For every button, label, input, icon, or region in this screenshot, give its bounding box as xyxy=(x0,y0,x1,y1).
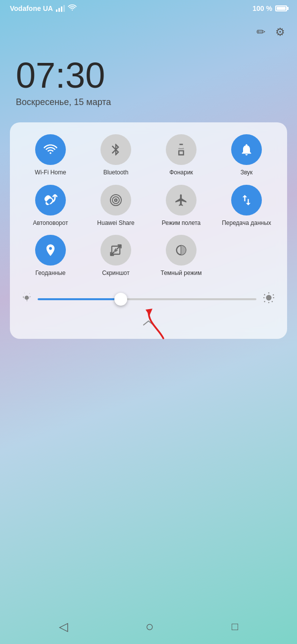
clock-date: Воскресенье, 15 марта xyxy=(16,97,281,107)
tile-geo[interactable]: Геоданные xyxy=(20,235,81,277)
tile-circle-screenshot xyxy=(100,235,131,266)
tiles-grid: Wi-Fi Home Bluetooth Фонарик xyxy=(20,134,277,277)
settings-icon[interactable]: ⚙ xyxy=(275,26,285,39)
tile-label-screenshot: Скриншот xyxy=(102,269,129,277)
tile-flashlight[interactable]: Фонарик xyxy=(150,134,212,177)
tile-dark-mode[interactable]: Темный режим xyxy=(150,235,212,277)
tile-label-sound: Звук xyxy=(241,169,253,177)
clock-section: 07:30 Воскресенье, 15 марта xyxy=(8,48,289,122)
tile-label-huawei-share: Huawei Share xyxy=(97,219,134,227)
battery-fill xyxy=(277,7,286,10)
tile-circle-data-transfer xyxy=(231,185,262,215)
brightness-thumb[interactable] xyxy=(114,293,127,306)
phone-content: ✏ ⚙ 07:30 Воскресенье, 15 марта Wi-Fi Ho… xyxy=(0,17,297,609)
carrier-name: Vodafone UA xyxy=(10,4,53,12)
battery-icon xyxy=(275,5,287,11)
tile-autorotate[interactable]: Автоповорот xyxy=(20,185,81,227)
tile-wifi[interactable]: Wi-Fi Home xyxy=(20,134,81,177)
battery-percent: 100 % xyxy=(252,4,272,12)
tile-circle-flashlight xyxy=(166,134,197,165)
tile-circle-geo xyxy=(35,235,66,266)
wifi-status-icon xyxy=(68,4,77,13)
brightness-slider[interactable] xyxy=(38,298,256,300)
tile-circle-dark-mode xyxy=(166,235,197,266)
carrier-info: Vodafone UA xyxy=(10,4,77,13)
notification-panel: Wi-Fi Home Bluetooth Фонарик xyxy=(10,122,287,339)
tile-label-autorotate: Автоповорот xyxy=(33,219,68,227)
tile-circle-wifi xyxy=(35,134,66,165)
brightness-row xyxy=(20,287,277,311)
back-button[interactable]: ◁ xyxy=(59,620,68,634)
tile-label-bluetooth: Bluetooth xyxy=(103,169,129,177)
home-button[interactable]: ○ xyxy=(146,619,154,635)
tile-circle-sound xyxy=(231,134,262,165)
status-bar: Vodafone UA 100 % xyxy=(0,0,297,17)
svg-point-1 xyxy=(112,197,119,204)
svg-point-7 xyxy=(25,296,29,300)
svg-point-8 xyxy=(266,295,272,300)
tile-airplane[interactable]: Режим полета xyxy=(150,185,212,227)
tile-circle-huawei-share xyxy=(100,185,131,215)
edit-icon[interactable]: ✏ xyxy=(256,26,265,39)
tile-data-transfer[interactable]: Передача данных xyxy=(216,185,277,227)
svg-point-0 xyxy=(115,199,117,201)
signal-icon xyxy=(56,5,65,12)
tile-circle-autorotate xyxy=(35,185,66,215)
tile-label-flashlight: Фонарик xyxy=(169,169,193,177)
tile-circle-airplane xyxy=(166,185,197,215)
tile-label-geo: Геоданные xyxy=(35,269,65,277)
brightness-low-icon xyxy=(22,293,32,305)
tile-bluetooth[interactable]: Bluetooth xyxy=(85,134,147,177)
panel-chevron[interactable] xyxy=(20,316,277,331)
tile-huawei-share[interactable]: Huawei Share xyxy=(85,185,147,227)
tile-screenshot[interactable]: Скриншот xyxy=(85,235,147,277)
top-actions: ✏ ⚙ xyxy=(8,22,289,43)
bottom-nav: ◁ ○ □ xyxy=(0,609,297,644)
tile-circle-bluetooth xyxy=(100,134,131,165)
clock-time: 07:30 xyxy=(16,57,281,93)
tile-label-data-transfer: Передача данных xyxy=(222,219,271,227)
battery-info: 100 % xyxy=(252,4,287,12)
tile-sound[interactable]: Звук xyxy=(216,134,277,177)
tile-label-wifi: Wi-Fi Home xyxy=(35,169,66,177)
recent-button[interactable]: □ xyxy=(232,620,238,633)
tile-label-dark-mode: Темный режим xyxy=(160,269,201,277)
brightness-high-icon xyxy=(262,291,275,307)
tile-label-airplane: Режим полета xyxy=(162,219,201,227)
